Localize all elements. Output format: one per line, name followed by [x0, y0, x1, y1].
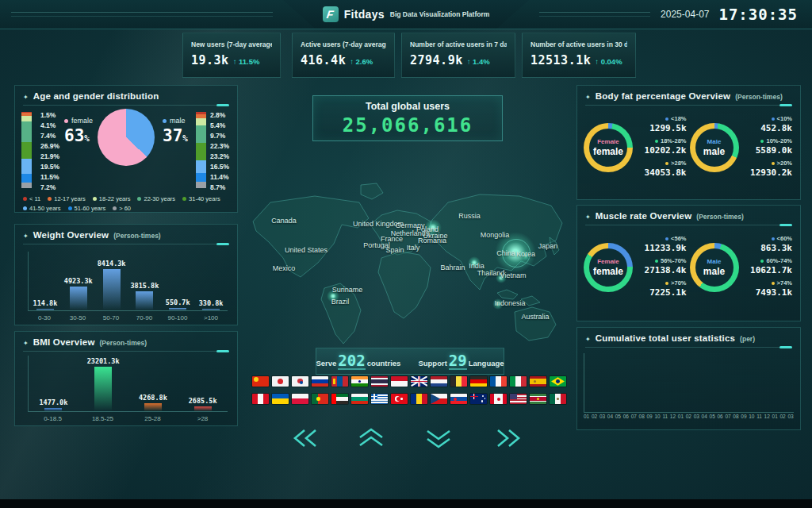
- x-axis-tick-label: 02: [686, 414, 691, 419]
- donut-stat-range: >20%: [777, 160, 792, 167]
- flag-suriname: [530, 394, 546, 404]
- nav-up-button[interactable]: [352, 427, 390, 449]
- x-axis-tick-label: 08: [639, 414, 645, 419]
- flag-united-kingdom: [411, 376, 427, 387]
- flag-emblem: [482, 395, 484, 397]
- muscle-male-group: Male male <60%863.3k60%-74%10621.7k>74%7…: [690, 235, 796, 298]
- header-datetime: 2025-04-07 17:30:35: [661, 0, 798, 29]
- header-decor-line-right: [539, 12, 650, 17]
- age-percent-label: 22.3%: [210, 141, 229, 152]
- segment-dot-icon: [760, 260, 764, 263]
- nav-left-button[interactable]: [287, 427, 325, 449]
- age-percent-label: 1.5%: [40, 110, 59, 121]
- flag-emblem: [278, 379, 283, 384]
- donut-stat: 60%-74%10621.7k: [750, 257, 792, 275]
- bodyfat-female-donut: Female female: [584, 123, 633, 172]
- stat-card-active-users: Active users (7-day average) 416.4k ↑ 2.…: [292, 33, 395, 78]
- x-axis-tick-label: 01: [584, 414, 589, 419]
- bar-value-label: 550.7k: [166, 298, 190, 306]
- donut-center: Male male: [695, 129, 733, 167]
- bar-category-label: 50-70: [94, 311, 128, 321]
- legend-dot-icon: [23, 197, 27, 201]
- female-percent: 63: [64, 126, 84, 145]
- x-axis-tick-label: 10: [654, 414, 660, 419]
- flag-brazil: [550, 376, 566, 387]
- donut-stat-range: 60%-74%: [766, 257, 792, 264]
- up-arrow-icon: ↑: [233, 57, 237, 66]
- nav-right-button[interactable]: [488, 427, 527, 449]
- flag-emblem: [300, 381, 303, 384]
- flag-thailand: [371, 376, 388, 387]
- segment-dot-icon: [665, 237, 668, 241]
- up-arrow-icon: ↑: [350, 57, 354, 66]
- flag-bulgaria: [351, 394, 368, 404]
- bar-value-label: 4268.8k: [139, 394, 167, 402]
- donut-stat-value: 1299.5k: [649, 123, 686, 133]
- x-axis-tick-label: 07: [631, 414, 637, 419]
- panel-bullet-icon: ✦: [23, 340, 29, 347]
- age-bar-segment: [196, 118, 206, 125]
- weight-chart-area: 114.8k4923.3k8414.3k3815.8k550.7k330.8k: [28, 252, 228, 311]
- flag-south-korea: [292, 376, 308, 387]
- bar-value-label: 4923.3k: [64, 277, 93, 285]
- panel-title: Cumulative total user statistics: [596, 333, 735, 343]
- panel-bullet-icon: ✦: [23, 233, 29, 240]
- support-languages: Support 29 Language: [418, 353, 504, 370]
- age-legend-item: 18-22 years: [93, 195, 131, 202]
- bar-group: 1477.0k: [29, 398, 79, 411]
- age-bar-segment: [21, 159, 32, 174]
- donut-stat-range-row: >28%: [645, 160, 687, 167]
- donut-stat-range-row: >20%: [750, 160, 792, 167]
- age-percent-label: 11.4%: [210, 172, 229, 183]
- donut-stat-value: 10202.2k: [645, 145, 687, 156]
- female-dot-icon: [64, 119, 68, 123]
- male-age-bar: [196, 112, 206, 188]
- age-legend-label: 41-50 years: [29, 205, 61, 212]
- flag-mongolia: [331, 376, 348, 387]
- donut-stat-range-row: <18%: [649, 115, 686, 122]
- muscle-rate-panel: ✦ Muscle rate Overview (Person-times) Fe…: [576, 205, 801, 321]
- x-axis-tick-label: 03: [787, 414, 793, 419]
- flag-italy: [510, 376, 527, 387]
- x-axis-tick-label: 06: [623, 414, 629, 419]
- flag-mexico: [550, 394, 566, 404]
- donut-stat: >70%7225.1k: [649, 279, 686, 298]
- muscle-male-donut: Male male: [690, 243, 739, 292]
- donut-stat-range: <18%: [671, 115, 686, 122]
- flags-row-2: [252, 394, 569, 404]
- flag-emblem: [316, 397, 320, 400]
- muscle-female-stats: <56%11233.9k56%-70%27138.4k>70%7225.1k: [639, 235, 690, 298]
- flag-emblem: [331, 394, 336, 404]
- panel-unit: (Person-times): [735, 93, 783, 101]
- panel-bullet-icon: ✦: [585, 94, 591, 101]
- cumulative-plot-area: [584, 353, 794, 413]
- map-country-label: Spain: [385, 246, 404, 254]
- flag-canada: [490, 394, 507, 404]
- legend-dot-icon: [182, 197, 186, 201]
- map-country-label: Australia: [521, 313, 549, 321]
- age-bar-segment: [21, 121, 32, 142]
- map-country-label: Italy: [407, 244, 420, 252]
- serve-suffix: countries: [367, 359, 401, 368]
- x-axis-tick-label: 11: [756, 414, 762, 419]
- bodyfat-male-stats: <10%452.8k10%-20%5589.0k>20%12930.2k: [745, 115, 796, 178]
- flag-emblem: [371, 396, 377, 398]
- donut-stat-range-row: <60%: [760, 235, 792, 242]
- body-fat-panel: ✦ Body fat percentage Overview (Person-t…: [576, 85, 801, 200]
- donut-stat-range-row: 18%-28%: [645, 137, 687, 144]
- map-country-label: Vietnam: [500, 271, 527, 279]
- donut-stat-value: 11233.9k: [645, 243, 687, 253]
- stat-card-label: New users (7-day average): [191, 40, 272, 48]
- stat-card-delta: ↑ 1.4%: [467, 57, 490, 66]
- cumulative-stats-panel: ✦ Cumulative total user statistics (per)…: [576, 327, 801, 430]
- legend-dot-icon: [68, 206, 72, 210]
- age-gender-panel: ✦ Age and gender distribution 1.5%4.1%7.…: [14, 85, 238, 213]
- donut-stat-range: >74%: [777, 279, 792, 287]
- segment-dot-icon: [760, 140, 764, 143]
- flag-emblem: [411, 381, 427, 383]
- flag-emblem: [400, 398, 402, 399]
- segment-dot-icon: [665, 162, 668, 165]
- muscle-male-stats: <60%863.3k60%-74%10621.7k>74%7493.1k: [745, 235, 796, 298]
- panel-unit: (Person-times): [100, 339, 147, 347]
- nav-down-button[interactable]: [419, 427, 458, 449]
